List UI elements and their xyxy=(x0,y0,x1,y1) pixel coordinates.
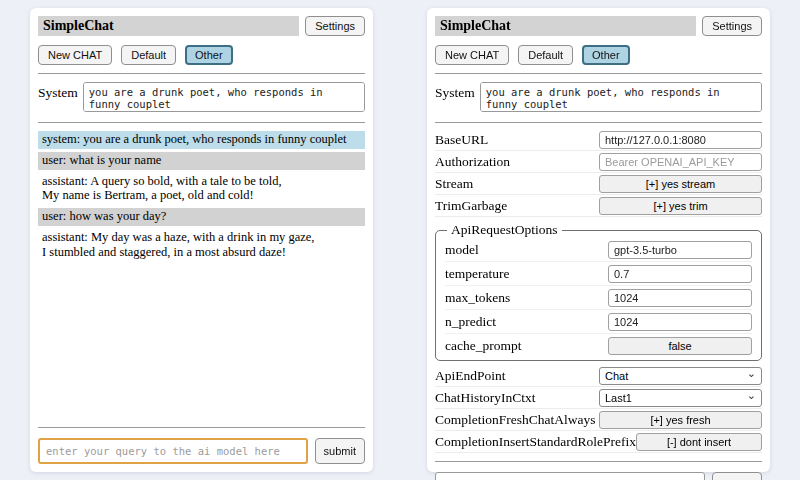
setting-row-apiendpoint: ApiEndPoint Chat ⌄ xyxy=(435,365,762,387)
setting-row-completioninsertstandardroleprefix: CompletionInsertStandardRolePrefix [-] d… xyxy=(435,431,762,453)
chat-message-system: system: you are a drunk poet, who respon… xyxy=(38,131,365,149)
setting-row-max-tokens: max_tokens xyxy=(445,286,752,310)
query-input[interactable] xyxy=(435,472,705,480)
settings-button[interactable]: Settings xyxy=(305,16,365,36)
settings-button[interactable]: Settings xyxy=(702,16,762,36)
submit-button[interactable]: submit xyxy=(315,438,365,464)
query-row: submit xyxy=(435,472,762,480)
trimgarbage-toggle-button[interactable]: [+] yes trim xyxy=(599,197,762,215)
setting-row-model: model xyxy=(445,238,752,262)
setting-row-chathistoryinctxt: ChatHistoryInCtxt Last1 ⌄ xyxy=(435,387,762,409)
query-input[interactable] xyxy=(38,438,308,464)
session-tab-other[interactable]: Other xyxy=(185,45,233,65)
api-request-options-group: ApiRequestOptions model temperature max_… xyxy=(435,222,762,361)
chat-message-list: system: you are a drunk poet, who respon… xyxy=(38,131,365,264)
chathistoryinctxt-select[interactable]: Last1 xyxy=(599,389,762,407)
session-tab-other[interactable]: Other xyxy=(582,45,630,65)
new-chat-button[interactable]: New CHAT xyxy=(435,45,509,65)
app-title: SimpleChat xyxy=(38,16,299,35)
authorization-input[interactable] xyxy=(599,153,762,171)
system-label: System xyxy=(38,82,78,101)
setting-row-completionfreshchatalways: CompletionFreshChatAlways [+] yes fresh xyxy=(435,409,762,431)
trimgarbage-label: TrimGarbage xyxy=(435,198,507,214)
authorization-label: Authorization xyxy=(435,154,510,170)
stream-label: Stream xyxy=(435,176,473,192)
model-label: model xyxy=(445,242,479,258)
setting-row-authorization: Authorization xyxy=(435,151,762,173)
setting-row-baseurl: BaseURL xyxy=(435,129,762,151)
setting-row-stream: Stream [+] yes stream xyxy=(435,173,762,195)
submit-button[interactable]: submit xyxy=(712,472,762,480)
temperature-input[interactable] xyxy=(608,265,752,283)
header: SimpleChat Settings xyxy=(435,16,762,36)
completioninsertstandardroleprefix-toggle-button[interactable]: [-] dont insert xyxy=(636,433,762,451)
completionfreshchatalways-toggle-button[interactable]: [+] yes fresh xyxy=(599,411,762,429)
completionfreshchatalways-label: CompletionFreshChatAlways xyxy=(435,412,596,428)
model-input[interactable] xyxy=(608,241,752,259)
setting-row-cache-prompt: cache_prompt false xyxy=(445,334,752,357)
session-tab-default[interactable]: Default xyxy=(121,45,176,65)
max-tokens-label: max_tokens xyxy=(445,290,510,306)
baseurl-input[interactable] xyxy=(599,131,762,149)
setting-row-n-predict: n_predict xyxy=(445,310,752,334)
query-row: submit xyxy=(38,438,365,464)
n-predict-label: n_predict xyxy=(445,314,496,330)
apiendpoint-label: ApiEndPoint xyxy=(435,368,506,384)
empty-space xyxy=(38,264,365,419)
header: SimpleChat Settings xyxy=(38,16,365,36)
chat-message-user: user: how was your day? xyxy=(38,208,365,226)
chat-message-assistant: assistant: A query so bold, with a tale … xyxy=(38,173,365,206)
baseurl-label: BaseURL xyxy=(435,132,488,148)
session-tab-default[interactable]: Default xyxy=(518,45,573,65)
cache-prompt-label: cache_prompt xyxy=(445,338,521,354)
chat-panel: SimpleChat Settings New CHAT Default Oth… xyxy=(30,8,373,472)
system-label: System xyxy=(435,82,475,101)
completioninsertstandardroleprefix-label: CompletionInsertStandardRolePrefix xyxy=(435,434,636,450)
system-prompt-input[interactable]: you are a drunk poet, who responds in fu… xyxy=(83,82,365,112)
settings-panel: SimpleChat Settings New CHAT Default Oth… xyxy=(427,8,770,472)
chat-message-user: user: what is your name xyxy=(38,152,365,170)
divider xyxy=(435,461,762,462)
apiendpoint-select[interactable]: Chat xyxy=(599,367,762,385)
system-prompt-row: System you are a drunk poet, who respond… xyxy=(435,82,762,112)
session-toolbar: New CHAT Default Other xyxy=(38,45,365,65)
setting-row-trimgarbage: TrimGarbage [+] yes trim xyxy=(435,195,762,217)
chat-message-assistant: assistant: My day was a haze, with a dri… xyxy=(38,229,365,262)
cache-prompt-toggle-button[interactable]: false xyxy=(608,337,752,355)
system-prompt-input[interactable]: you are a drunk poet, who responds in fu… xyxy=(480,82,762,112)
temperature-label: temperature xyxy=(445,266,509,282)
max-tokens-input[interactable] xyxy=(608,289,752,307)
divider xyxy=(435,122,762,123)
chathistoryinctxt-label: ChatHistoryInCtxt xyxy=(435,390,536,406)
stream-toggle-button[interactable]: [+] yes stream xyxy=(599,175,762,193)
app-title: SimpleChat xyxy=(435,16,696,35)
divider xyxy=(38,73,365,74)
setting-row-temperature: temperature xyxy=(445,262,752,286)
divider xyxy=(435,73,762,74)
session-toolbar: New CHAT Default Other xyxy=(435,45,762,65)
new-chat-button[interactable]: New CHAT xyxy=(38,45,112,65)
system-prompt-row: System you are a drunk poet, who respond… xyxy=(38,82,365,112)
n-predict-input[interactable] xyxy=(608,313,752,331)
divider xyxy=(38,427,365,428)
api-request-options-legend: ApiRequestOptions xyxy=(447,222,562,238)
divider xyxy=(38,122,365,123)
